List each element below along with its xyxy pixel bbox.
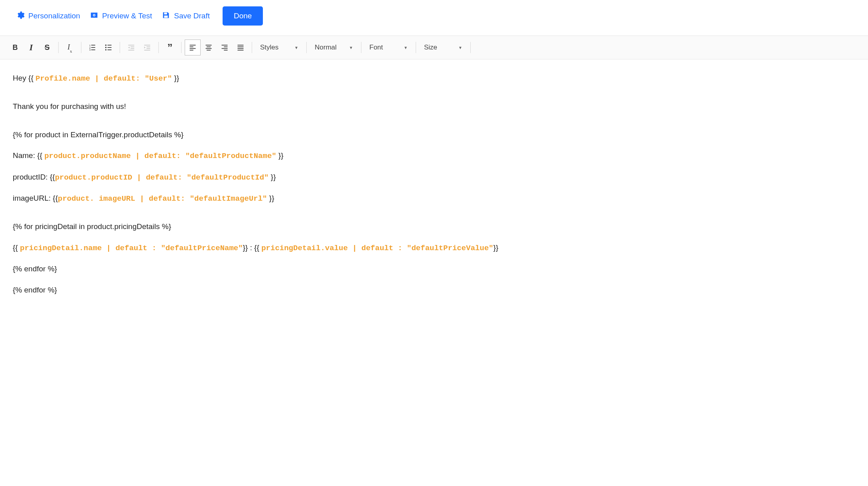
text: }} bbox=[493, 243, 499, 252]
gear-icon bbox=[16, 11, 25, 22]
svg-rect-34 bbox=[222, 48, 228, 49]
separator bbox=[181, 42, 181, 53]
text: imageURL: {{ bbox=[13, 194, 58, 202]
svg-rect-32 bbox=[222, 45, 228, 45]
svg-rect-31 bbox=[207, 50, 211, 51]
personalization-button[interactable]: Personalization bbox=[16, 11, 80, 22]
svg-rect-16 bbox=[128, 45, 134, 45]
chevron-down-icon: ▼ bbox=[349, 45, 353, 50]
svg-rect-30 bbox=[206, 48, 212, 49]
text: Name: {{ bbox=[13, 151, 44, 160]
svg-rect-5 bbox=[91, 45, 95, 45]
font-select[interactable]: Font ▼ bbox=[365, 40, 412, 55]
text: }} bbox=[276, 151, 284, 160]
unordered-list-button[interactable] bbox=[101, 40, 116, 55]
text: }} bbox=[269, 173, 276, 181]
strikethrough-button[interactable]: S bbox=[39, 40, 55, 55]
separator bbox=[158, 42, 159, 53]
svg-rect-22 bbox=[146, 48, 150, 49]
svg-rect-24 bbox=[190, 45, 196, 45]
editor-line: {% endfor %} bbox=[13, 284, 855, 296]
template-token: pricingDetail.name | default : "defaultP… bbox=[20, 244, 243, 253]
separator bbox=[361, 42, 361, 53]
editor-line: Hey {{ Profile.name | default: "User" }} bbox=[13, 72, 855, 85]
format-select[interactable]: Normal ▼ bbox=[310, 40, 358, 55]
svg-rect-13 bbox=[108, 47, 112, 48]
format-toolbar: B I S Ix 123 ” Styles ▼ Normal ▼ Font ▼ bbox=[0, 36, 868, 59]
separator bbox=[120, 42, 120, 53]
svg-rect-37 bbox=[238, 47, 244, 47]
template-token: product.productID | default: "defaultPro… bbox=[55, 173, 269, 182]
svg-rect-33 bbox=[224, 47, 227, 47]
editor-line: Name: {{ product.productName | default: … bbox=[13, 150, 855, 162]
svg-rect-20 bbox=[144, 45, 150, 45]
styles-select[interactable]: Styles ▼ bbox=[255, 40, 303, 55]
styles-select-label: Styles bbox=[260, 43, 278, 51]
editor-line: imageURL: {{product. imageURL | default:… bbox=[13, 192, 855, 205]
svg-rect-38 bbox=[238, 48, 244, 49]
svg-point-12 bbox=[105, 47, 107, 48]
preview-test-label: Preview & Test bbox=[102, 12, 152, 20]
align-center-button[interactable] bbox=[201, 40, 217, 55]
svg-rect-9 bbox=[91, 49, 95, 50]
editor-line: {% for product in ExternalTrigger.produc… bbox=[13, 129, 855, 141]
separator bbox=[252, 42, 252, 53]
save-draft-label: Save Draft bbox=[174, 12, 210, 20]
separator bbox=[416, 42, 416, 53]
chevron-down-icon: ▼ bbox=[404, 45, 408, 50]
text: Hey {{ bbox=[13, 74, 36, 82]
svg-rect-25 bbox=[190, 47, 193, 47]
svg-rect-36 bbox=[238, 45, 244, 45]
svg-rect-26 bbox=[190, 48, 196, 49]
svg-rect-2 bbox=[164, 12, 167, 14]
svg-rect-23 bbox=[144, 50, 150, 51]
bold-button[interactable]: B bbox=[7, 40, 23, 55]
font-select-label: Font bbox=[369, 43, 383, 51]
svg-rect-35 bbox=[224, 50, 227, 51]
separator bbox=[470, 42, 471, 53]
italic-button[interactable]: I bbox=[23, 40, 39, 55]
align-right-button[interactable] bbox=[217, 40, 233, 55]
chevron-down-icon: ▼ bbox=[458, 45, 462, 50]
svg-rect-17 bbox=[130, 47, 134, 47]
align-left-button[interactable] bbox=[185, 40, 201, 55]
template-token: pricingDetail.value | default : "default… bbox=[261, 244, 493, 253]
text: }} : {{ bbox=[243, 243, 262, 252]
align-justify-button[interactable] bbox=[233, 40, 249, 55]
preview-test-button[interactable]: Preview & Test bbox=[90, 11, 152, 22]
svg-rect-11 bbox=[108, 45, 112, 45]
text: }} bbox=[267, 194, 274, 202]
svg-rect-28 bbox=[206, 45, 212, 45]
size-select[interactable]: Size ▼ bbox=[419, 40, 467, 55]
editor-content[interactable]: Hey {{ Profile.name | default: "User" }}… bbox=[0, 59, 868, 318]
text: productID: {{ bbox=[13, 173, 55, 181]
svg-point-1 bbox=[93, 14, 95, 16]
separator bbox=[81, 42, 81, 53]
format-select-label: Normal bbox=[315, 43, 337, 51]
text: }} bbox=[172, 74, 179, 82]
indent-button[interactable] bbox=[139, 40, 155, 55]
clear-format-button[interactable]: Ix bbox=[62, 40, 78, 55]
separator bbox=[58, 42, 59, 53]
outdent-button[interactable] bbox=[123, 40, 139, 55]
blockquote-button[interactable]: ” bbox=[162, 40, 178, 55]
svg-rect-21 bbox=[146, 47, 150, 47]
template-token: product.productName | default: "defaultP… bbox=[44, 152, 276, 160]
size-select-label: Size bbox=[424, 43, 437, 51]
ordered-list-button[interactable]: 123 bbox=[85, 40, 101, 55]
editor-line: {% endfor %} bbox=[13, 263, 855, 275]
save-icon bbox=[162, 11, 170, 22]
svg-rect-27 bbox=[190, 50, 193, 51]
svg-rect-18 bbox=[130, 48, 134, 49]
template-token: Profile.name | default: "User" bbox=[36, 74, 172, 83]
svg-text:3: 3 bbox=[89, 49, 91, 51]
personalization-label: Personalization bbox=[28, 12, 80, 20]
chevron-down-icon: ▼ bbox=[294, 45, 298, 50]
save-draft-button[interactable]: Save Draft bbox=[162, 11, 210, 22]
svg-rect-19 bbox=[128, 50, 134, 51]
svg-point-14 bbox=[105, 49, 107, 50]
text: {{ bbox=[13, 243, 20, 252]
done-button[interactable]: Done bbox=[223, 6, 263, 26]
svg-rect-39 bbox=[238, 50, 244, 51]
svg-rect-7 bbox=[91, 47, 95, 48]
